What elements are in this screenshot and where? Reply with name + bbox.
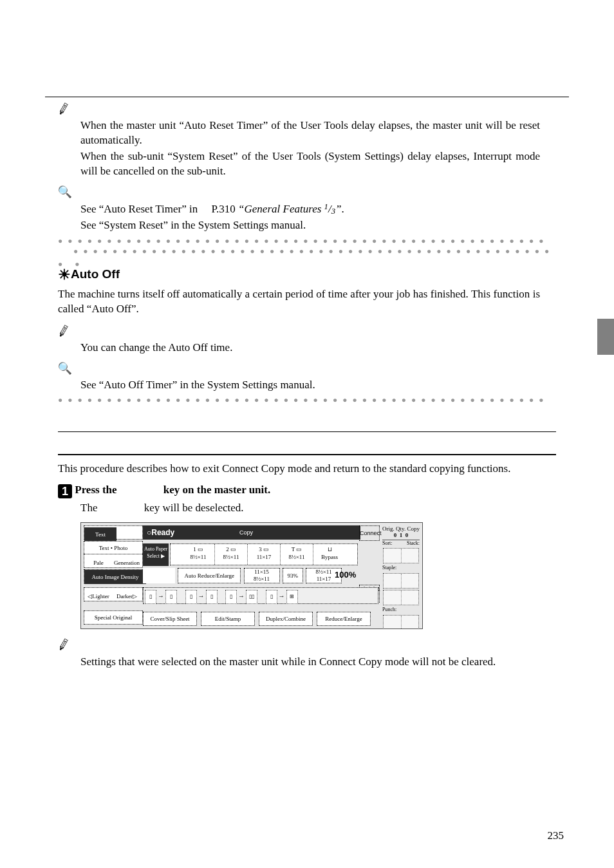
ref1-line1: See “Auto Reset Timer” in P.310 “General… [80, 202, 540, 217]
magnifier-reference-icon: 🔎 [58, 184, 72, 200]
pencil-note-icon: 🖉 [56, 636, 71, 654]
ui-auto-img-density: Auto Image Density [84, 570, 146, 584]
ui-paper-row: 1 ▭8½×112 ▭8½×113 ▭11×17T ▭8½×11⊔Bypass [170, 543, 358, 565]
auto-off-body: The machine turns itself off automatical… [58, 287, 540, 317]
ui-bottom-row: Cover/Slip SheetEdit/StampDuplex/Combine… [143, 610, 377, 625]
exit-note: Settings that were selected on the maste… [80, 655, 540, 670]
step-1-sub: The key will be deselected. [80, 501, 556, 516]
dot-separator: ●●●●●●●●●●●●●●●●●●●●●●●●●●●●●●●●●●●●●●●●… [58, 236, 547, 246]
pencil-note-icon: 🖉 [56, 100, 71, 118]
ui-special-original: Special Original [84, 610, 143, 625]
ui-connect-button: Connect [359, 525, 380, 541]
ui-mini-row: ▯→▯ ▯→▯ ▯→▯▯ ▯→⊞ [143, 587, 378, 604]
step-number-badge: 1 [58, 484, 72, 498]
ref1-line2: See “System Reset” in the System Setting… [80, 218, 540, 233]
ui-100-percent: 100% [335, 569, 356, 581]
ui-size-row: Full Size Auto Reduce/Enlarge 11×158½×11… [143, 568, 357, 583]
section-rule [58, 431, 556, 432]
ui-generation: Generation [113, 556, 141, 569]
ui-text-photo: Text • Photo [84, 542, 142, 554]
dot-separator: ●●●●●●●●●●●●●●●●●●●●●●●●●●●●●●●●●●●●●●●●… [73, 246, 550, 256]
ui-pale: Pale [84, 556, 113, 569]
ui-lighter: ◁Lighter [84, 590, 113, 603]
auto-off-heading: ☀Auto Off [58, 265, 569, 285]
section-edge-tab [597, 319, 614, 355]
ui-darker: Darker▷ [113, 590, 141, 603]
auto-off-ref: See “Auto Off Timer” in the System Setti… [80, 378, 540, 393]
auto-off-note: You can change the Auto Off time. [80, 341, 540, 355]
ui-right-col: Orig. Qty. Copy 0 1 0 Sort:Stack: Staple… [382, 525, 420, 626]
page-number: 235 [548, 829, 564, 844]
copy-panel-screenshot: TextPhoto Text • Photo PaleGeneration Au… [80, 522, 423, 629]
exit-intro: This procedure describes how to exit Con… [58, 462, 540, 476]
ui-auto-paper: Auto PaperSelect ▶ [143, 543, 169, 566]
ui-text-tab: Text [84, 527, 116, 542]
section-rule [58, 454, 556, 455]
ui-ready-bar: ○Ready Copy [143, 525, 360, 540]
dot-separator: ●●●●●●●●●●●●●●●●●●●●●●●●●●●●●●●●●●●●●●●●… [58, 395, 547, 405]
pencil-note-icon: 🖉 [56, 322, 71, 340]
dot-separator: ● ● [58, 259, 569, 265]
note1-line1: When the master unit “Auto Reset Timer” … [80, 118, 540, 148]
magnifier-reference-icon: 🔎 [58, 361, 72, 376]
step-1-row: 1 Press the key on the master unit. [58, 483, 556, 498]
sun-hint-icon: ☀ [58, 265, 71, 285]
note1-line2: When the sub-unit “System Reset” of the … [80, 149, 540, 179]
